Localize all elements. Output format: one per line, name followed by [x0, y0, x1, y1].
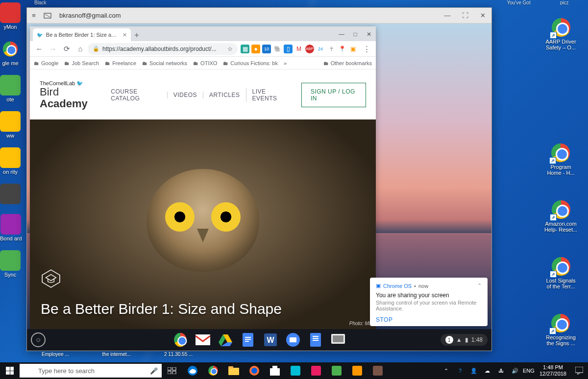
hamburger-icon[interactable]: ≡: [27, 8, 41, 24]
start-button[interactable]: [0, 362, 20, 379]
tray-overflow-icon[interactable]: ⌃: [440, 362, 453, 379]
store-icon[interactable]: [265, 362, 285, 379]
nav-link[interactable]: VIDEOS: [167, 92, 203, 98]
ext-icon[interactable]: ABP: [305, 45, 314, 53]
chromeos-desktop: 🐦 Be a Better Birder 1: Size and Sh ✕ + …: [27, 24, 491, 351]
win-minimize-icon[interactable]: —: [335, 27, 348, 41]
browser-tab[interactable]: 🐦 Be a Better Birder 1: Size and Sh ✕: [33, 28, 131, 41]
ext-icon[interactable]: 📍: [338, 45, 346, 53]
remote-desktop-window: ≡ bkrasnoff@gmail.com — ⛶ ✕ 🐦 Be a Bette…: [26, 7, 492, 351]
menu-icon[interactable]: ⋮: [360, 43, 373, 55]
svg-rect-13: [313, 336, 318, 337]
edge-icon[interactable]: [182, 362, 203, 379]
remote-titlebar[interactable]: ≡ bkrasnoff@gmail.com — ⛶ ✕: [27, 8, 491, 24]
launcher-icon[interactable]: ○: [31, 332, 46, 347]
other-bookmarks[interactable]: 🖿Other bookmarks: [323, 60, 372, 66]
home-icon[interactable]: ⌂: [74, 43, 87, 55]
back-icon[interactable]: ←: [33, 43, 46, 55]
app-icon[interactable]: [347, 362, 368, 379]
app-icon[interactable]: [368, 362, 388, 379]
shelf-files-icon[interactable]: [285, 332, 301, 348]
help-icon[interactable]: ?: [453, 362, 467, 379]
maximize-icon[interactable]: ⛶: [456, 8, 474, 24]
desktop-icon[interactable]: gle me: [0, 39, 21, 66]
ext-icon[interactable]: ▦: [241, 45, 249, 53]
close-icon[interactable]: ✕: [474, 8, 491, 24]
shelf-docs-icon[interactable]: [240, 332, 256, 348]
ext-icon[interactable]: 24: [316, 45, 325, 53]
desktop-icon[interactable]: Bond ard: [0, 214, 22, 241]
bookmark-folder[interactable]: 🖿Social networks: [142, 60, 187, 66]
onedrive-icon[interactable]: ☁: [481, 362, 494, 379]
reload-icon[interactable]: ⟳: [60, 43, 73, 55]
task-view-icon[interactable]: [162, 362, 182, 379]
bookmark-folder[interactable]: 🖿Job Search: [64, 60, 99, 66]
notif-stop-button[interactable]: STOP: [376, 316, 482, 323]
ext-icon[interactable]: ●: [251, 45, 260, 53]
desktop-icon[interactable]: yMon: [0, 2, 21, 30]
forward-icon[interactable]: →: [47, 43, 59, 55]
desktop-icon-lost[interactable]: ↗Lost Signals of the Terr...: [546, 256, 576, 289]
nav-link[interactable]: ARTICLES: [203, 92, 245, 98]
action-center-icon[interactable]: [570, 362, 588, 379]
win-maximize-icon[interactable]: □: [348, 27, 362, 41]
minimize-icon[interactable]: —: [439, 8, 456, 24]
shelf-word-icon[interactable]: W: [262, 332, 279, 348]
shelf-drive-icon[interactable]: [217, 332, 234, 348]
bookmark-folder[interactable]: 🖿Curious Fictions: bk: [223, 60, 278, 66]
svg-rect-17: [333, 335, 343, 342]
app-icon[interactable]: [326, 362, 347, 379]
ext-icon[interactable]: 10: [262, 45, 271, 53]
ext-icon[interactable]: 🐘: [273, 45, 282, 53]
desktop-icon[interactable]: ote: [0, 75, 21, 102]
screen-share-notification[interactable]: ▣ Chrome OS • now ⌃ You are sharing your…: [370, 278, 488, 326]
win-close-icon[interactable]: ✕: [362, 27, 376, 41]
ext-icon[interactable]: ☥: [327, 45, 336, 53]
volume-icon[interactable]: 🔊: [508, 362, 522, 379]
chevron-up-icon[interactable]: ⌃: [477, 283, 482, 289]
shelf-gmail-icon[interactable]: [195, 332, 211, 348]
taskbar-search[interactable]: Type here to search 🎤: [20, 364, 162, 378]
people-icon[interactable]: 👤: [467, 362, 481, 379]
taskbar-clock[interactable]: 1:48 PM 12/27/2018: [536, 364, 570, 377]
screen-icon[interactable]: [41, 8, 54, 24]
new-tab-button[interactable]: +: [131, 29, 143, 41]
tab-close-icon[interactable]: ✕: [122, 32, 127, 38]
firefox-icon[interactable]: [244, 362, 265, 379]
explorer-icon[interactable]: [223, 362, 244, 379]
lang-indicator[interactable]: ENG: [522, 362, 536, 379]
app-icon[interactable]: [285, 362, 306, 379]
desktop-icon[interactable]: [0, 184, 21, 205]
network-icon[interactable]: 🖧: [494, 362, 508, 379]
desktop-icon[interactable]: on rity: [0, 147, 21, 175]
chrome-taskbar-icon[interactable]: [203, 362, 223, 379]
app-icon[interactable]: [306, 362, 326, 379]
shelf-chrome-icon[interactable]: [172, 332, 189, 348]
browser-toolbar: ← → ⟳ ⌂ 🔒 https://academy.allaboutbirds.…: [30, 41, 376, 57]
bookmarks-overflow[interactable]: »: [284, 60, 287, 66]
nav-link[interactable]: LIVE EVENTS: [246, 88, 294, 102]
desktop-icon-amazon[interactable]: ↗Amazon.com Help- Reset...: [544, 199, 577, 233]
signup-button[interactable]: SIGN UP / LOG IN: [301, 83, 366, 107]
desktop-icon-program[interactable]: ↗Program Home - H...: [547, 142, 574, 176]
bookmark-folder[interactable]: 🖿Freelance: [105, 60, 136, 66]
shelf-status-tray[interactable]: 1 ▲ ▮ 1:48: [441, 334, 488, 346]
desktop-icon-recognizing[interactable]: ↗Recognizing the Signs ...: [546, 313, 576, 346]
shelf-docs2-icon[interactable]: [307, 332, 324, 348]
site-logo[interactable]: TheCornellLab 🐦 Bird Academy: [40, 80, 105, 110]
bookmark-folder[interactable]: 🖿OTIXO: [193, 60, 217, 66]
desktop-icon[interactable]: ww: [0, 111, 21, 139]
address-bar[interactable]: 🔒 https://academy.allaboutbirds.org/prod…: [88, 43, 238, 55]
bookmark-folder[interactable]: 🖿Google: [34, 60, 58, 66]
ext-icon[interactable]: ▯: [284, 45, 293, 53]
cast-icon: ▣: [376, 283, 381, 289]
ext-icon[interactable]: M: [294, 45, 303, 53]
ext-icon[interactable]: ▣: [348, 45, 357, 53]
shelf-remote-icon[interactable]: [330, 332, 346, 348]
desktop-icon[interactable]: Sync: [0, 250, 21, 278]
nav-link[interactable]: COURSE CATALOG: [105, 88, 167, 102]
mic-icon[interactable]: 🎤: [150, 367, 158, 375]
svg-rect-21: [172, 371, 176, 374]
desktop-icon-aarp[interactable]: ↗AARP Driver Safety – O...: [545, 17, 576, 50]
star-icon[interactable]: ☆: [227, 46, 233, 52]
